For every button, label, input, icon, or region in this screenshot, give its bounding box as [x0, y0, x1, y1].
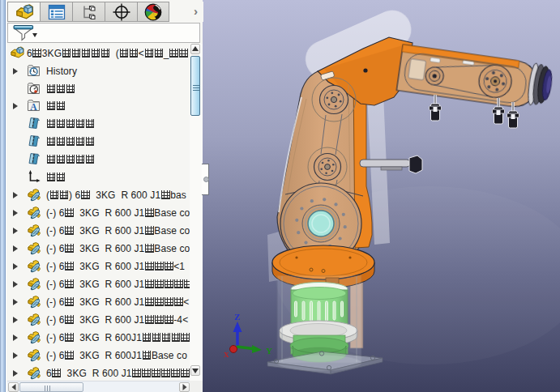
svg-text:X: X	[224, 351, 229, 359]
svg-text:A: A	[30, 102, 37, 112]
svg-text:Z: Z	[234, 312, 240, 322]
svg-text:Y: Y	[266, 346, 272, 356]
